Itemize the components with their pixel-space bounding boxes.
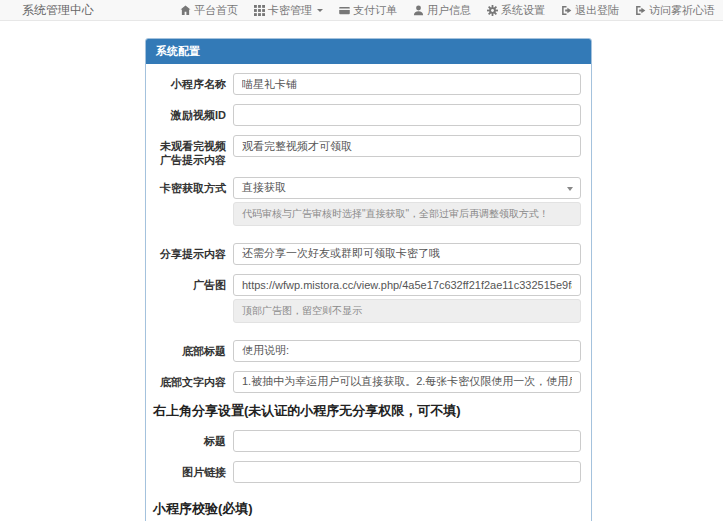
- form-row: 未观看完视频广告提示内容: [153, 135, 581, 168]
- card-method-select[interactable]: 直接获取: [233, 177, 581, 199]
- ad-image-label: 广告图: [153, 274, 226, 323]
- reward-video-id-input[interactable]: [233, 104, 581, 126]
- card-method-selected-value: 直接获取: [242, 180, 286, 195]
- verify-section-heading: 小程序校验(必填): [153, 500, 581, 518]
- top-navbar: 系统管理中心 平台首页 卡密管理 支付订单 用户信息 系统设置 退出登陆: [0, 0, 723, 21]
- card-method-help-text: 代码审核与广告审核时选择"直接获取"，全部过审后再调整领取方式！: [233, 202, 581, 226]
- bottom-title-label: 底部标题: [153, 340, 226, 362]
- bottom-text-input[interactable]: [233, 371, 581, 393]
- share-tip-label: 分享提示内容: [153, 243, 226, 265]
- nav-item-payment-orders[interactable]: 支付订单: [339, 3, 397, 18]
- mini-program-name-input[interactable]: [233, 73, 581, 95]
- nav-item-logout[interactable]: 退出登陆: [561, 3, 619, 18]
- mini-program-name-label: 小程序名称: [153, 73, 226, 95]
- navbar-menu: 平台首页 卡密管理 支付订单 用户信息 系统设置 退出登陆 访问雾祈心语: [164, 3, 715, 18]
- form-row: 卡密获取方式 直接获取 代码审核与广告审核时选择"直接获取"，全部过审后再调整领…: [153, 177, 581, 226]
- form-row: 图片链接: [153, 461, 581, 483]
- form-row: 激励视频ID: [153, 104, 581, 126]
- nav-item-visit-site[interactable]: 访问雾祈心语: [635, 3, 715, 18]
- sign-out-icon: [635, 5, 646, 16]
- credit-card-icon: [339, 5, 350, 16]
- unwatched-tip-input[interactable]: [233, 135, 581, 157]
- system-config-form: 小程序名称 激励视频ID 未观看完视频广告提示内容 卡密获取方式 直接获取: [146, 64, 591, 521]
- form-row: 底部标题: [153, 340, 581, 362]
- form-row: 标题: [153, 430, 581, 452]
- nav-item-system-settings[interactable]: 系统设置: [487, 3, 545, 18]
- ad-image-help-text: 顶部广告图，留空则不显示: [233, 299, 581, 323]
- share-image-input[interactable]: [233, 461, 581, 483]
- chevron-down-icon: [567, 187, 573, 191]
- main-content: 系统配置 小程序名称 激励视频ID 未观看完视频广告提示内容 卡密获取方式 直接…: [145, 38, 592, 521]
- form-row: 小程序名称: [153, 73, 581, 95]
- nav-item-platform-home[interactable]: 平台首页: [180, 3, 238, 18]
- nav-item-card-management[interactable]: 卡密管理: [254, 3, 323, 18]
- ad-image-input[interactable]: [233, 274, 581, 296]
- share-image-label: 图片链接: [153, 461, 226, 483]
- unwatched-tip-label: 未观看完视频广告提示内容: [153, 135, 226, 168]
- chevron-down-icon: [317, 9, 323, 12]
- nav-item-user-info[interactable]: 用户信息: [413, 3, 471, 18]
- form-row: 广告图 顶部广告图，留空则不显示: [153, 274, 581, 323]
- system-config-panel: 系统配置 小程序名称 激励视频ID 未观看完视频广告提示内容 卡密获取方式 直接…: [145, 38, 592, 521]
- bottom-text-label: 底部文字内容: [153, 371, 226, 393]
- home-icon: [180, 5, 191, 16]
- form-row: 分享提示内容: [153, 243, 581, 265]
- share-title-input[interactable]: [233, 430, 581, 452]
- share-title-label: 标题: [153, 430, 226, 452]
- bottom-title-input[interactable]: [233, 340, 581, 362]
- panel-title: 系统配置: [146, 39, 591, 64]
- gear-icon: [487, 5, 498, 16]
- card-method-label: 卡密获取方式: [153, 177, 226, 226]
- share-tip-input[interactable]: [233, 243, 581, 265]
- grid-icon: [254, 5, 265, 16]
- sign-out-icon: [561, 5, 572, 16]
- form-row: 底部文字内容: [153, 371, 581, 393]
- user-icon: [413, 5, 424, 16]
- navbar-brand[interactable]: 系统管理中心: [22, 2, 94, 19]
- reward-video-id-label: 激励视频ID: [153, 104, 226, 126]
- share-settings-heading: 右上角分享设置(未认证的小程序无分享权限，可不填): [153, 402, 581, 420]
